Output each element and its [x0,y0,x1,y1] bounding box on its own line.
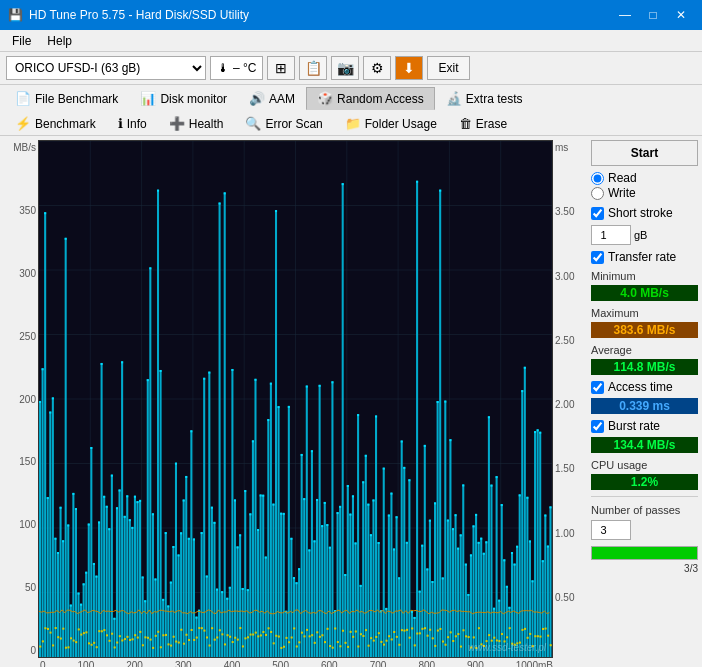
minimum-label: Minimum [591,270,698,282]
maximum-value: 383.6 MB/s [591,322,698,338]
benchmark-icon: ⚡ [15,116,31,131]
transfer-rate-checkbox[interactable] [591,251,604,264]
transfer-rate-checkbox-row[interactable]: Transfer rate [591,250,698,264]
tab-benchmark[interactable]: ⚡ Benchmark [4,112,107,135]
y-right-300: 3.00 [555,271,587,282]
y-label-50: 50 [4,582,36,593]
write-radio[interactable]: Write [591,186,698,200]
x-label-500: 500 [272,660,289,667]
y-label-100: 100 [4,519,36,530]
exit-button[interactable]: Exit [427,56,469,80]
y-axis-left-title: MB/s [4,142,36,153]
cpu-usage-value: 1.2% [591,474,698,490]
tab-error-scan[interactable]: 🔍 Error Scan [234,112,333,135]
tab-folder-usage-label: Folder Usage [365,117,437,131]
thermometer-icon: 🌡 [217,61,229,75]
y-label-250: 250 [4,331,36,342]
app-icon: 💾 [8,8,23,22]
extra-tests-icon: 🔬 [446,91,462,106]
folder-usage-icon: 📁 [345,116,361,131]
pass-text: 3/3 [591,563,698,574]
tab-random-access-label: Random Access [337,92,424,106]
x-label-800: 800 [418,660,435,667]
tabs-row-1: 📄 File Benchmark 📊 Disk monitor 🔊 AAM 🎲 … [0,85,702,110]
burst-rate-checkbox[interactable] [591,420,604,433]
y-axis-right-title: ms [555,142,587,153]
passes-spinbox[interactable] [591,520,631,540]
tab-health[interactable]: ➕ Health [158,112,235,135]
tab-erase[interactable]: 🗑 Erase [448,112,518,135]
y-right-200: 2.00 [555,399,587,410]
tab-random-access[interactable]: 🎲 Random Access [306,87,435,110]
tab-folder-usage[interactable]: 📁 Folder Usage [334,112,448,135]
read-write-radio-group: Read Write [591,171,698,200]
tab-extra-tests-label: Extra tests [466,92,523,106]
toolbar-icon-2[interactable]: 📋 [299,56,327,80]
aam-icon: 🔊 [249,91,265,106]
tab-disk-monitor[interactable]: 📊 Disk monitor [129,87,238,110]
y-right-100: 1.00 [555,528,587,539]
burst-rate-checkbox-row[interactable]: Burst rate [591,419,698,433]
divider [591,496,698,497]
passes-spinbox-row [591,520,698,540]
short-stroke-spinbox-row: gB [591,225,698,245]
menu-help[interactable]: Help [39,32,80,50]
info-icon: ℹ [118,116,123,131]
disk-monitor-icon: 📊 [140,91,156,106]
error-scan-icon: 🔍 [245,116,261,131]
toolbar-icons: ⊞ 📋 📷 ⚙ ⬇ [267,56,423,80]
y-right-150: 1.50 [555,463,587,474]
tab-file-benchmark[interactable]: 📄 File Benchmark [4,87,129,110]
maximum-label: Maximum [591,307,698,319]
tab-file-benchmark-label: File Benchmark [35,92,118,106]
tab-info[interactable]: ℹ Info [107,112,158,135]
short-stroke-checkbox-row[interactable]: Short stroke [591,206,698,220]
tab-erase-label: Erase [476,117,507,131]
transfer-rate-label: Transfer rate [608,250,676,264]
access-time-checkbox-row[interactable]: Access time [591,380,698,394]
average-value: 114.8 MB/s [591,359,698,375]
x-label-0: 0 [40,660,46,667]
tab-aam[interactable]: 🔊 AAM [238,87,306,110]
tab-disk-monitor-label: Disk monitor [160,92,227,106]
write-radio-input[interactable] [591,187,604,200]
access-time-checkbox[interactable] [591,381,604,394]
start-button[interactable]: Start [591,140,698,166]
menu-file[interactable]: File [4,32,39,50]
temperature-display: 🌡 – °C [210,56,263,80]
access-time-value: 0.339 ms [591,398,698,414]
toolbar-icon-5[interactable]: ⬇ [395,56,423,80]
tabs-row-2: ⚡ Benchmark ℹ Info ➕ Health 🔍 Error Scan… [0,110,702,135]
minimize-button[interactable]: — [612,5,638,25]
erase-icon: 🗑 [459,116,472,131]
short-stroke-checkbox[interactable] [591,207,604,220]
read-radio[interactable]: Read [591,171,698,185]
toolbar-icon-4[interactable]: ⚙ [363,56,391,80]
x-label-100: 100 [78,660,95,667]
tab-benchmark-label: Benchmark [35,117,96,131]
close-button[interactable]: ✕ [668,5,694,25]
tab-info-label: Info [127,117,147,131]
access-time-label: Access time [608,380,673,394]
y-right-250: 2.50 [555,335,587,346]
passes-label: Number of passes [591,504,698,516]
tab-extra-tests[interactable]: 🔬 Extra tests [435,87,534,110]
x-label-400: 400 [224,660,241,667]
watermark: www.ssd-tester.pl [468,642,546,653]
tab-health-label: Health [189,117,224,131]
toolbar-icon-1[interactable]: ⊞ [267,56,295,80]
tabs-container: 📄 File Benchmark 📊 Disk monitor 🔊 AAM 🎲 … [0,85,702,136]
random-access-icon: 🎲 [317,91,333,106]
y-label-350: 350 [4,205,36,216]
short-stroke-unit: gB [634,229,647,241]
short-stroke-spinbox[interactable] [591,225,631,245]
read-label: Read [608,171,637,185]
burst-rate-label: Burst rate [608,419,660,433]
toolbar-icon-3[interactable]: 📷 [331,56,359,80]
drive-selector[interactable]: ORICO UFSD-I (63 gB) [6,56,206,80]
y-right-350: 3.50 [555,206,587,217]
maximize-button[interactable]: □ [640,5,666,25]
y-right-050: 0.50 [555,592,587,603]
read-radio-input[interactable] [591,172,604,185]
health-icon: ➕ [169,116,185,131]
